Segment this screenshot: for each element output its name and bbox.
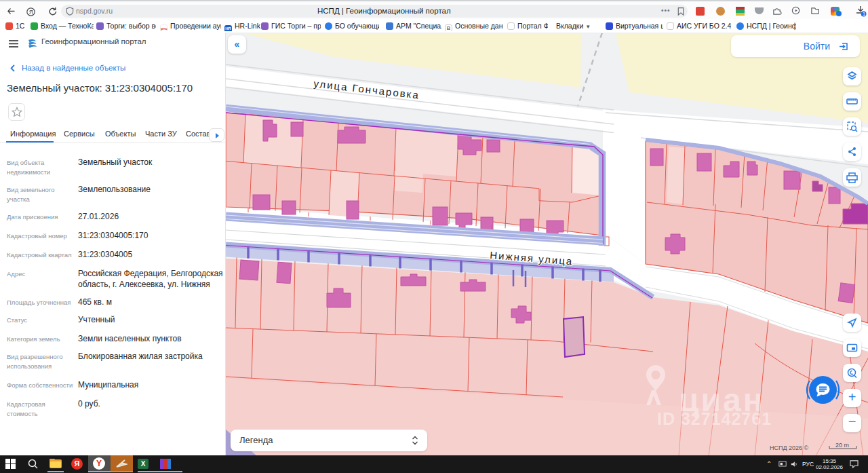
svg-text:1: 1: [863, 11, 865, 17]
svg-text:20 m: 20 m: [835, 442, 849, 449]
svg-text:Я: Я: [29, 10, 33, 16]
svg-text:НСПД 2026 ©: НСПД 2026 ©: [770, 444, 809, 451]
svg-text:ID 327142761: ID 327142761: [657, 409, 772, 428]
